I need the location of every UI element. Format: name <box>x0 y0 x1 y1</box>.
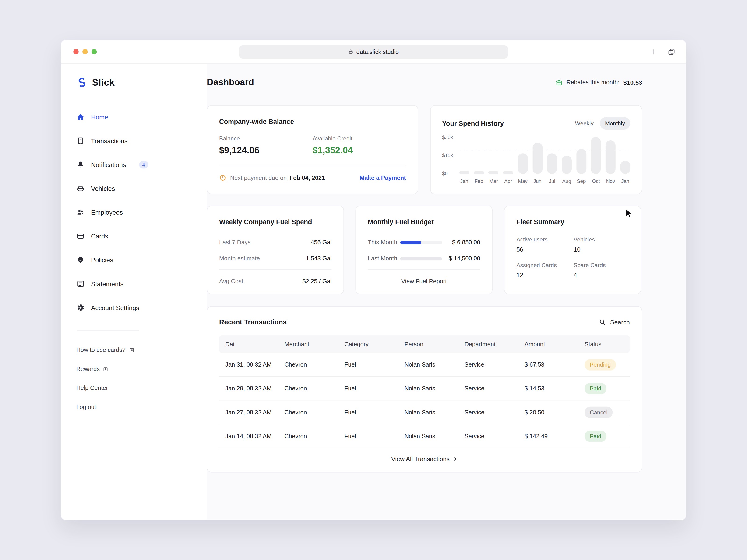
spend-bar <box>547 153 557 174</box>
toggle-weekly-button[interactable]: Weekly <box>570 117 599 130</box>
search-button[interactable]: Search <box>599 318 630 325</box>
toggle-monthly-button[interactable]: Monthly <box>600 117 630 130</box>
credit-stat: Available Credit $1,352.04 <box>313 135 406 156</box>
cell-category: Fuel <box>344 361 405 368</box>
row-label: Last Month <box>368 255 400 262</box>
brand-logo[interactable]: Slick <box>76 72 207 92</box>
status-badge: Cancel <box>585 406 613 418</box>
sidebar-item-vehicles[interactable]: Vehicles <box>76 177 207 201</box>
progress-track <box>400 241 442 244</box>
stat-label: Active users <box>516 236 573 243</box>
credit-label: Available Credit <box>313 135 406 142</box>
link-how-to-use-cards[interactable]: How to use cards? <box>76 341 207 359</box>
bell-icon <box>76 161 85 169</box>
home-icon <box>76 113 85 122</box>
view-all-transactions-link[interactable]: View All Transactions <box>219 455 630 462</box>
cell-category: Fuel <box>344 409 405 416</box>
sidebar-item-label: Cards <box>91 233 108 240</box>
sidebar: Slick Home Transactions <box>61 64 207 519</box>
row-value: $ 6.850.00 <box>452 239 481 246</box>
main-content: Dashboard Rebates this month: $10.53 Com… <box>207 64 686 519</box>
sidebar-item-account-settings[interactable]: Account Settings <box>76 296 207 319</box>
gear-icon <box>76 303 85 312</box>
x-tick-label: Sep <box>576 178 586 184</box>
address-bar[interactable]: data.slick.studio <box>239 45 508 58</box>
credit-card-icon <box>76 232 85 241</box>
sidebar-item-label: Statements <box>91 280 124 288</box>
tab-overview-button[interactable] <box>667 48 675 56</box>
sidebar-item-label: Employees <box>91 209 123 216</box>
sidebar-item-transactions[interactable]: Transactions <box>76 129 207 153</box>
make-payment-link[interactable]: Make a Payment <box>360 175 406 181</box>
rebates-label: Rebates this month: <box>567 79 620 86</box>
y-axis: $30k $15k $0 <box>442 137 459 174</box>
sidebar-item-label: Transactions <box>91 137 128 145</box>
sidebar-divider <box>77 330 139 331</box>
fuel-row: Month estimate 1,543 Gal <box>219 250 332 266</box>
x-tick-label: May <box>518 178 528 184</box>
new-tab-button[interactable] <box>650 48 658 56</box>
lock-icon <box>348 49 354 54</box>
table-row[interactable]: Jan 31, 08:32 AM Chevron Fuel Nolan Sari… <box>219 353 630 377</box>
spend-bar <box>620 161 630 174</box>
chevron-right-icon <box>453 456 458 461</box>
spend-bar-chart: $30k $15k $0 <box>442 137 630 174</box>
warning-icon <box>219 174 227 182</box>
sidebar-nav: Home Transactions Notifications 4 <box>76 105 207 319</box>
cell-category: Fuel <box>344 433 405 439</box>
cell-merchant: Chevron <box>284 409 344 416</box>
column-header: Merchant <box>284 341 344 347</box>
rebates-summary: Rebates this month: $10.53 <box>556 79 642 86</box>
sidebar-item-statements[interactable]: Statements <box>76 272 207 296</box>
cell-merchant: Chevron <box>284 385 344 392</box>
sidebar-item-policies[interactable]: Policies <box>76 248 207 272</box>
avg-cost-label: Avg Cost <box>219 278 243 285</box>
link-rewards[interactable]: Rewards <box>76 359 207 379</box>
cell-amount: $ 14.53 <box>524 385 585 392</box>
search-label: Search <box>610 318 630 325</box>
x-tick-label: Oct <box>591 178 601 184</box>
cell-date: Jan 27, 08:32 AM <box>225 409 284 416</box>
table-row[interactable]: Jan 27, 08:32 AM Chevron Fuel Nolan Sari… <box>219 400 630 424</box>
browser-window: data.slick.studio Slick <box>61 40 686 520</box>
sidebar-item-employees[interactable]: Employees <box>76 201 207 224</box>
cell-merchant: Chevron <box>284 433 344 439</box>
status-badge: Pending <box>585 359 616 370</box>
stat-label: Assigned Cards <box>516 262 573 269</box>
link-label: Rewards <box>76 366 100 372</box>
notifications-count-badge: 4 <box>139 161 148 169</box>
x-tick-label: Jan <box>620 178 630 184</box>
spend-bar <box>503 171 513 174</box>
link-help-center[interactable]: Help Center <box>76 378 207 398</box>
cell-person: Nolan Saris <box>405 409 465 416</box>
browser-topbar: data.slick.studio <box>61 40 686 64</box>
budget-row: Last Month $ 14,500.00 <box>368 250 481 266</box>
link-label: View All Transactions <box>391 455 449 462</box>
minimize-window-button[interactable] <box>82 49 87 54</box>
sidebar-item-cards[interactable]: Cards <box>76 224 207 248</box>
view-fuel-report-link[interactable]: View Fuel Report <box>368 270 481 292</box>
fleet-stat: Vehicles 10 <box>573 236 629 253</box>
table-row[interactable]: Jan 14, 08:32 AM Chevron Fuel Nolan Sari… <box>219 424 630 448</box>
gift-icon <box>556 79 563 86</box>
sidebar-item-label: Vehicles <box>91 185 115 192</box>
x-tick-label: Nov <box>606 178 616 184</box>
plot-area <box>459 137 630 174</box>
balance-value: $9,124.06 <box>219 145 313 156</box>
maximize-window-button[interactable] <box>92 49 97 54</box>
card-title: Weekly Company Fuel Spend <box>219 218 332 226</box>
row-label: Month estimate <box>219 255 260 262</box>
column-header: Status <box>585 341 630 347</box>
column-header: Person <box>405 341 465 347</box>
close-window-button[interactable] <box>73 49 78 54</box>
sidebar-item-notifications[interactable]: Notifications 4 <box>76 153 207 177</box>
sidebar-item-home[interactable]: Home <box>76 105 207 129</box>
link-label: Help Center <box>76 385 108 392</box>
link-log-out[interactable]: Log out <box>76 398 207 417</box>
cell-amount: $ 20.50 <box>524 409 585 416</box>
budget-row: This Month $ 6.850.00 <box>368 234 481 250</box>
statement-icon <box>76 279 85 288</box>
table-row[interactable]: Jan 29, 08:32 AM Chevron Fuel Nolan Sari… <box>219 377 630 400</box>
balance-label: Balance <box>219 135 313 142</box>
sidebar-item-label: Account Settings <box>91 304 139 311</box>
